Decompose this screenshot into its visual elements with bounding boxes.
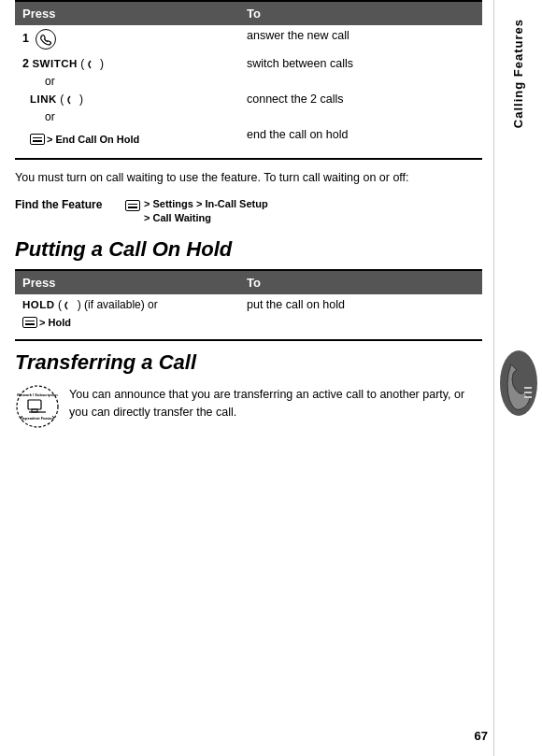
table-row: > End Call On Hold end the call on hold xyxy=(15,124,482,150)
row2-to-end: end the call on hold xyxy=(239,124,482,150)
path-line2: > Call Waiting xyxy=(144,212,211,223)
table2-wrapper: Press To HOLD ( ) (if available) or xyxy=(15,269,482,341)
or-text-1: or xyxy=(45,75,55,88)
sidebar: Calling Features xyxy=(493,0,542,756)
table-row: 2 SWITCH ( ) switch between calls xyxy=(15,53,482,74)
phone-icon xyxy=(496,346,541,421)
or-text-2: or xyxy=(45,110,55,123)
table-row: HOLD ( ) (if available) or xyxy=(15,294,482,332)
row-num-2: 2 xyxy=(22,57,29,70)
answer-icon xyxy=(36,29,56,50)
col-press-header: Press xyxy=(15,2,239,25)
table-row: 1 answer the new call xyxy=(15,25,482,53)
find-feature-path: > Settings > In-Call Setup > Call Waitin… xyxy=(144,196,268,224)
row2-press-link: LINK ( ) xyxy=(15,89,239,109)
hold-label: HOLD xyxy=(22,299,55,310)
hold-menu-label: > Hold xyxy=(39,317,71,328)
section2-heading: Transferring a Call xyxy=(15,350,482,375)
network-badge-svg: Network / Subscription Dependent Feature xyxy=(15,384,60,429)
link-label: LINK xyxy=(30,93,57,105)
network-badge: Network / Subscription Dependent Feature xyxy=(15,384,60,429)
network-section: Network / Subscription Dependent Feature… xyxy=(15,384,482,429)
row2-or1: or xyxy=(15,74,239,89)
info-paragraph: You must turn on call waiting to use the… xyxy=(15,169,482,187)
section1-heading: Putting a Call On Hold xyxy=(15,237,482,262)
menu-icon-find xyxy=(125,198,140,212)
menu-icon-end: > End Call On Hold xyxy=(30,134,139,145)
row1-press: 1 xyxy=(15,25,239,53)
col2-to-header: To xyxy=(239,271,482,294)
hold-paren: ( ) xyxy=(58,298,84,311)
row2-or2: or xyxy=(15,109,239,124)
sidebar-label: Calling Features xyxy=(511,19,525,128)
find-feature-label: Find the Feature xyxy=(15,196,118,211)
path-line1: > Settings > In-Call Setup xyxy=(144,198,268,209)
col2-press-header: Press xyxy=(15,271,239,294)
row2-press-switch: 2 SWITCH ( ) xyxy=(15,53,239,74)
page-container: Press To 1 xyxy=(0,0,542,756)
svg-text:Dependent Feature: Dependent Feature xyxy=(21,416,55,421)
table2-row1-press: HOLD ( ) (if available) or xyxy=(15,294,239,332)
hold-menu-row: > Hold xyxy=(22,317,71,328)
main-content: Press To 1 xyxy=(0,0,493,429)
menu-icon xyxy=(30,134,45,145)
end-call-label: > End Call On Hold xyxy=(47,134,139,145)
find-feature-path-container: > Settings > In-Call Setup > Call Waitin… xyxy=(125,196,268,224)
table-row: LINK ( ) connect the 2 calls xyxy=(15,89,482,109)
find-feature-row: Find the Feature > Settings > In-Call Se… xyxy=(15,196,482,224)
switch-label: SWITCH xyxy=(32,58,77,69)
row2-press-end: > End Call On Hold xyxy=(15,124,239,150)
row2-to-switch: switch between calls xyxy=(239,53,482,74)
table1: Press To 1 xyxy=(15,2,482,150)
table-row: or xyxy=(15,109,482,124)
phone-decoration xyxy=(496,346,541,423)
switch-paren: ( ) xyxy=(80,57,104,70)
row1-to: answer the new call xyxy=(239,25,482,53)
page-number: 67 xyxy=(475,729,488,743)
table2: Press To HOLD ( ) (if available) or xyxy=(15,271,482,332)
table2-row1-to: put the call on hold xyxy=(239,294,482,332)
menu-icon-2 xyxy=(125,200,140,211)
hold-if-avail: (if available) or xyxy=(84,298,158,311)
svg-rect-2 xyxy=(28,400,41,409)
transfer-paragraph: You can announce that you are transferri… xyxy=(69,384,482,421)
svg-text:Network / Subscription: Network / Subscription xyxy=(17,392,58,397)
table1-wrapper: Press To 1 xyxy=(15,0,482,160)
table-row: or xyxy=(15,74,482,89)
col-to-header: To xyxy=(239,2,482,25)
row-num-1: 1 xyxy=(22,32,29,45)
menu-icon-3 xyxy=(22,317,37,328)
link-paren: ( ) xyxy=(60,93,83,106)
row2-to-link: connect the 2 calls xyxy=(239,89,482,109)
